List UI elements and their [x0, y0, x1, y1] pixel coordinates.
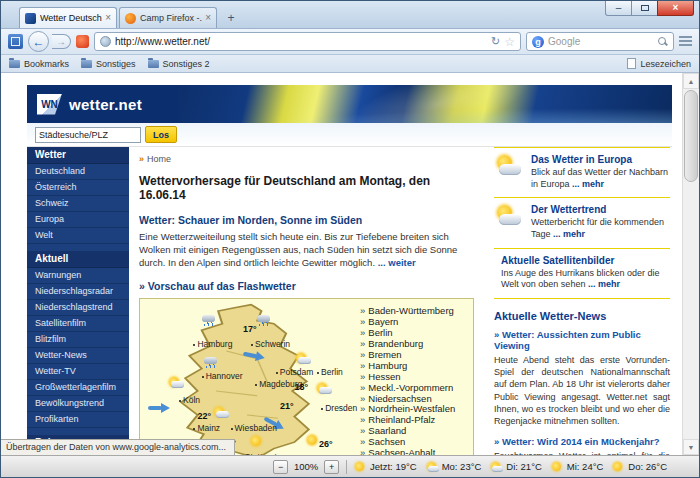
bookmark-item[interactable]: Sonstiges: [81, 59, 136, 69]
bookmark-item[interactable]: Sonstiges 2: [148, 59, 210, 69]
state-link[interactable]: »Nordrhein-Westfalen: [360, 404, 467, 415]
weather-forecast-item[interactable]: Mo: 23°C: [426, 461, 482, 473]
news-item[interactable]: » Wetter: Wird 2014 ein Mückenjahr? Feuc…: [494, 436, 670, 455]
sidebar-item[interactable]: Niederschlagstrend: [27, 300, 129, 316]
teaser-title[interactable]: Aktuelle Satellitenbilder: [501, 255, 670, 266]
state-link[interactable]: »Rheinland-Pfalz: [360, 415, 467, 426]
map-city-label: Mainz: [193, 423, 220, 433]
breadcrumb[interactable]: »Home: [139, 154, 474, 164]
state-arrow-icon: »: [360, 372, 365, 382]
teaser-title[interactable]: Der Wettertrend: [531, 204, 670, 215]
browser-tab[interactable]: Camp Firefox -... ×: [119, 7, 217, 28]
sidebar-item[interactable]: Schweiz: [27, 196, 129, 212]
sidebar-item[interactable]: Profikarten: [27, 412, 129, 428]
close-window-button[interactable]: ×: [657, 1, 694, 16]
state-link[interactable]: »Brandenburg: [360, 339, 467, 350]
news-title[interactable]: » Wetter: Aussichten zum Public Viewing: [494, 329, 670, 351]
state-link[interactable]: »Baden-Württemberg: [360, 306, 467, 317]
scroll-up-button[interactable]: ▲: [683, 73, 699, 89]
sidebar-item[interactable]: Blitzfilm: [27, 332, 129, 348]
weiter-link[interactable]: ... weiter: [378, 257, 416, 268]
state-link[interactable]: »Niedersachsen: [360, 394, 467, 405]
sidebar-item[interactable]: Österreich: [27, 180, 129, 196]
google-engine-icon[interactable]: g: [532, 36, 544, 48]
mehr-link[interactable]: ... mehr: [553, 229, 585, 239]
sidebar-item[interactable]: Wetter-TV: [27, 364, 129, 380]
mehr-link[interactable]: ... mehr: [588, 279, 620, 289]
map-weather-icon: [294, 353, 312, 367]
tab-close-icon[interactable]: ×: [105, 13, 111, 23]
site-logo[interactable]: WN wetter.net: [27, 85, 179, 123]
reload-icon[interactable]: ↻: [491, 35, 500, 48]
sidebar-item[interactable]: Satellitenfilm: [27, 316, 129, 332]
state-link[interactable]: »Bremen: [360, 350, 467, 361]
sidebar-item[interactable]: Warnungen: [27, 268, 129, 284]
scroll-down-button[interactable]: ▼: [683, 439, 699, 455]
search-icon[interactable]: [658, 37, 668, 47]
teaser-item[interactable]: Aktuelle Satellitenbilder Ins Auge des H…: [494, 248, 670, 299]
weather-forecast-item[interactable]: Di: 21°C: [490, 461, 541, 473]
bookmark-item[interactable]: Bookmarks: [9, 59, 69, 69]
vertical-scrollbar[interactable]: ▲ ▼: [682, 73, 699, 455]
statusbar-weather-icon: [426, 461, 439, 473]
zoom-out-button[interactable]: −: [273, 460, 288, 474]
weather-forecast-item[interactable]: Jetzt: 19°C: [354, 461, 417, 473]
url-bar[interactable]: ↻ ☆: [94, 32, 521, 51]
scrollbar-thumb[interactable]: [684, 90, 698, 182]
url-input[interactable]: [115, 36, 487, 47]
lesezeichen-button[interactable]: Lesezeichen: [627, 58, 691, 69]
state-label: Saarland: [368, 426, 406, 436]
sidebar-item[interactable]: Aktuell: [27, 251, 129, 268]
germany-weather-map-panel: HamburgSchwerinHannoverPotsdamBerlinMagd…: [139, 298, 474, 455]
state-arrow-icon: »: [360, 317, 365, 327]
bookmarks-menu-icon[interactable]: [679, 36, 692, 47]
sidebar-item[interactable]: Europa: [27, 212, 129, 228]
sidebar-item[interactable]: Welt: [27, 228, 129, 244]
weather-forecast-label: Jetzt: 19°C: [370, 461, 417, 472]
zoom-in-button[interactable]: +: [324, 460, 339, 474]
teaser-item[interactable]: Der Wettertrend Wetterbericht für die ko…: [494, 197, 670, 247]
forward-button[interactable]: →: [52, 34, 71, 49]
bookmark-star-icon[interactable]: ☆: [504, 35, 515, 49]
news-title[interactable]: » Wetter: Wird 2014 ein Mückenjahr?: [494, 436, 670, 447]
mehr-link[interactable]: ... mehr: [572, 179, 604, 189]
state-link[interactable]: »Saarland: [360, 426, 467, 437]
state-label: Niedersachsen: [368, 394, 431, 404]
state-link[interactable]: »Sachsen-Anhalt: [360, 448, 467, 455]
sidebar-item[interactable]: Wetter-News: [27, 348, 129, 364]
state-link[interactable]: »Hessen: [360, 372, 467, 383]
addon-toolbar-icon[interactable]: [76, 35, 89, 48]
germany-map[interactable]: HamburgSchwerinHannoverPotsdamBerlinMagd…: [144, 303, 350, 455]
teaser-item[interactable]: Das Wetter in Europa Blick auf das Wette…: [494, 147, 670, 197]
state-link[interactable]: »Berlin: [360, 328, 467, 339]
teaser-title[interactable]: Das Wetter in Europa: [531, 154, 670, 165]
city-search-input[interactable]: [35, 127, 141, 143]
weather-forecast-item[interactable]: Do: 26°C: [612, 461, 667, 473]
back-button[interactable]: ←: [28, 31, 49, 52]
weather-forecast-item[interactable]: Mi: 24°C: [551, 461, 604, 473]
titlebar[interactable]: Wetter Deutsch... × Camp Firefox -... × …: [1, 1, 699, 28]
state-link[interactable]: »Hamburg: [360, 361, 467, 372]
sidebar-item[interactable]: Bewölkungstrend: [27, 396, 129, 412]
statusbar-weather-icon: [490, 461, 503, 473]
state-link[interactable]: »Sachsen: [360, 437, 467, 448]
tab-close-icon[interactable]: ×: [205, 13, 211, 23]
search-box[interactable]: g: [526, 32, 674, 51]
sidebar-item[interactable]: Niederschlagsradar: [27, 284, 129, 300]
search-input[interactable]: [548, 36, 654, 47]
map-weather-icon: [315, 383, 333, 397]
city-search-submit-button[interactable]: Los: [145, 126, 177, 143]
flashwetter-heading[interactable]: » Vorschau auf das Flashwetter: [139, 280, 474, 292]
state-link[interactable]: »Meckl.-Vorpommern: [360, 383, 467, 394]
news-item[interactable]: » Wetter: Aussichten zum Public Viewing …: [494, 329, 670, 427]
folder-icon: [81, 60, 92, 68]
tab-groups-icon[interactable]: [8, 34, 23, 49]
maximize-button[interactable]: [631, 1, 658, 16]
sidebar-item[interactable]: Wetter: [27, 147, 129, 164]
browser-tab[interactable]: Wetter Deutsch... ×: [19, 7, 117, 28]
sidebar-item[interactable]: Großwetterlagenfilm: [27, 380, 129, 396]
new-tab-button[interactable]: +: [220, 10, 242, 27]
sidebar-item[interactable]: Deutschland: [27, 164, 129, 180]
state-link[interactable]: »Bayern: [360, 317, 467, 328]
minimize-button[interactable]: –: [605, 1, 632, 16]
